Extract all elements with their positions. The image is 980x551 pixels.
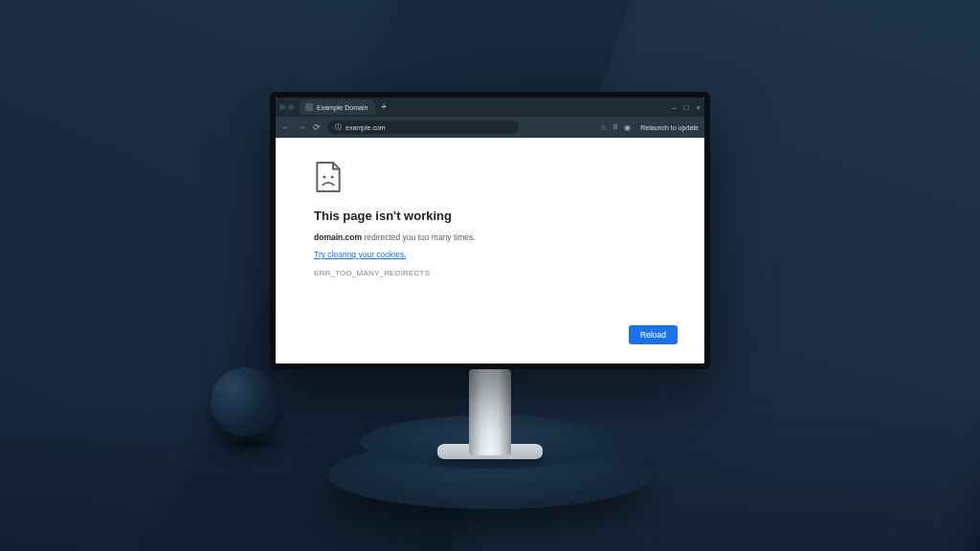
window-menu-dots: [279, 104, 294, 110]
window-minimize-button[interactable]: –: [672, 103, 676, 112]
monitor-bezel: Example Domain + – □ × ← → ⟳ ⓘ example.c…: [270, 92, 710, 369]
error-code: ERR_TOO_MANY_REDIRECTS: [314, 269, 666, 277]
tab-favicon-icon: [305, 103, 313, 111]
decorative-sphere: [211, 367, 279, 436]
browser-window: Example Domain + – □ × ← → ⟳ ⓘ example.c…: [276, 98, 704, 364]
url-text: example.com: [345, 124, 386, 131]
nav-back-button[interactable]: ←: [281, 122, 291, 132]
bookmark-star-icon[interactable]: ☆: [600, 123, 607, 132]
svg-point-0: [323, 176, 325, 179]
error-message-suffix: redirected you too many times.: [362, 232, 476, 242]
browser-titlebar: Example Domain + – □ ×: [276, 98, 704, 117]
browser-address-bar: ← → ⟳ ⓘ example.com ☆ ⠿ ◉ Relaunch to up…: [276, 117, 704, 138]
window-maximize-button[interactable]: □: [683, 103, 688, 112]
relaunch-update-button[interactable]: Relaunch to update: [640, 124, 699, 131]
error-domain: domain.com: [314, 232, 362, 242]
site-info-icon[interactable]: ⓘ: [335, 122, 342, 132]
clear-cookies-link[interactable]: Try clearing your cookies.: [314, 250, 407, 259]
tab-title: Example Domain: [317, 104, 368, 111]
extensions-icon[interactable]: ⠿: [612, 123, 618, 132]
sphere-shadow: [214, 434, 289, 452]
sad-page-icon: [314, 161, 343, 193]
error-title: This page isn't working: [314, 209, 666, 223]
monitor-stand-neck: [469, 369, 511, 455]
nav-forward-button[interactable]: →: [297, 122, 306, 132]
url-input[interactable]: ⓘ example.com: [327, 121, 519, 134]
svg-point-1: [331, 176, 334, 179]
error-message: domain.com redirected you too many times…: [314, 232, 666, 242]
profile-avatar-icon[interactable]: ◉: [624, 123, 631, 132]
scene-3d-backdrop: Example Domain + – □ × ← → ⟳ ⓘ example.c…: [0, 0, 980, 551]
reload-button[interactable]: Reload: [629, 325, 678, 344]
window-close-button[interactable]: ×: [696, 103, 701, 112]
nav-reload-button[interactable]: ⟳: [312, 122, 322, 132]
new-tab-button[interactable]: +: [381, 102, 387, 112]
browser-tab-active[interactable]: Example Domain: [300, 99, 375, 115]
error-page-content: This page isn't working domain.com redir…: [276, 138, 704, 364]
